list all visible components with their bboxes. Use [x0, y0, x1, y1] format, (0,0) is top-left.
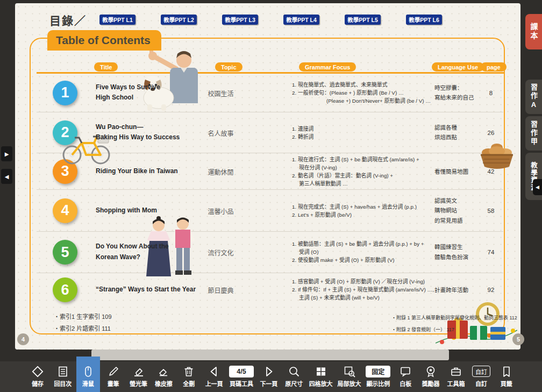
- lesson-grammar: 1. 連接詞 2. 轉折詞: [292, 124, 444, 140]
- page-number-right: 5: [512, 333, 524, 345]
- page-back-button[interactable]: ◀: [1, 169, 12, 184]
- next-page-icon: [262, 365, 275, 378]
- book-page: 目錄／ 教學PPT L1 教學PPT L2 教學PPT L3 教學PPT L4 …: [15, 3, 520, 350]
- ratio-value-box[interactable]: 固定: [366, 366, 390, 377]
- tab-workbook-a[interactable]: 習作A: [525, 80, 542, 114]
- lesson-page-number: 42: [479, 168, 503, 175]
- whiteboard-icon: [399, 365, 412, 378]
- tab-workbook-jia[interactable]: 習作甲: [525, 116, 542, 151]
- page-scrollbar[interactable]: [91, 350, 449, 360]
- previous-page-icon: [208, 365, 220, 378]
- appendix-notes: ・附錄 1 第三人稱單數動詞字尾變化規則、動詞三態表 112 ・附錄 2 發音規…: [391, 312, 517, 336]
- lesson-topic: 溫馨小品: [192, 206, 249, 215]
- lesson-title: Wu Pao-chun—Baking His Way to Success: [96, 122, 180, 144]
- lesson-topic: 流行文化: [192, 248, 249, 257]
- lesson-title: Five Ways to SurviveHigh School: [96, 82, 160, 104]
- toc-icon: [56, 365, 69, 378]
- lesson-topic: 名人故事: [192, 128, 249, 137]
- page-title-zh: 目錄／: [49, 12, 87, 28]
- column-header-page: page: [481, 62, 507, 72]
- four-grid-zoom-tool[interactable]: 四格放大: [308, 361, 334, 392]
- whiteboard-tool[interactable]: 白板: [394, 361, 417, 392]
- column-header-title: Title: [94, 62, 118, 72]
- reward-tool[interactable]: 獎勵器: [419, 361, 443, 392]
- lesson-page-number: 92: [479, 287, 503, 293]
- lesson-topic: 校園生活: [192, 88, 249, 97]
- eraser-icon: [157, 365, 170, 378]
- save-icon: [31, 365, 44, 378]
- index-notes: ・索引1 生字索引 109 ・索引2 片語索引 111: [54, 311, 112, 334]
- lesson-number: 5: [53, 240, 77, 265]
- collapse-tabs-button[interactable]: ◀: [533, 179, 542, 195]
- delete-all-tool[interactable]: 全刪: [177, 361, 201, 392]
- ppt-l1-button[interactable]: 教學PPT L1: [99, 15, 136, 25]
- toc-table: 1 Five Ways to SurviveHigh School 校園生活 1…: [37, 74, 503, 307]
- lesson-grammar: 1. 現在簡單式、過去簡單式、未來簡單式 2. 一般祈使句：(Please + …: [292, 81, 444, 105]
- lesson-number: 1: [53, 81, 77, 105]
- lesson-number: 6: [53, 277, 77, 302]
- lesson-page-number: 26: [479, 130, 503, 136]
- previous-page-tool[interactable]: 上一頁: [202, 361, 226, 392]
- mouse-icon: [82, 365, 95, 378]
- toc-row-6: 6 “Strange” Ways to Start the Year 節日慶典 …: [37, 273, 503, 307]
- pen-tool[interactable]: 畫筆: [102, 361, 125, 392]
- lesson-page-number: 74: [479, 249, 503, 255]
- mouse-tool[interactable]: 滑鼠: [76, 361, 100, 392]
- lesson-page-number: 58: [479, 208, 503, 214]
- toc-row-5: 5 Do You Know About theKorean Wave? 流行文化…: [37, 232, 503, 273]
- lesson-grammar: 1. 感官動詞 + 受詞 (O) + 原形動詞 (V) ／現在分詞 (V-ing…: [292, 277, 444, 302]
- page-title-en: Table of Contents: [47, 30, 161, 51]
- column-header-topic: Topic: [215, 62, 243, 72]
- ppt-l2-button[interactable]: 教學PPT L2: [161, 15, 197, 25]
- page-indicator-tool[interactable]: 4/5 頁碼工具: [227, 361, 255, 392]
- ppt-l5-button[interactable]: 教學PPT L5: [345, 15, 381, 25]
- column-header-grammar: Grammar Focus: [299, 62, 356, 72]
- zoom-original-icon: [288, 365, 301, 378]
- back-to-toc-tool[interactable]: 回目次: [51, 361, 75, 392]
- lesson-topic: 節日慶典: [192, 286, 249, 295]
- lesson-title: “Strange” Ways to Start the Year: [96, 284, 196, 295]
- lesson-grammar: 1. 現在進行式：主詞 (S) + be 動詞現在式 (am/are/is) +…: [292, 155, 444, 188]
- reward-star-icon: [424, 365, 437, 378]
- lesson-title: Shopping with Mom: [96, 205, 157, 216]
- lesson-grammar: 1. 現在完成式：主詞 (S) + have/has + 過去分詞 (p.p.)…: [292, 202, 444, 218]
- next-page-tool[interactable]: 下一頁: [257, 361, 281, 392]
- tab-textbook[interactable]: 課本: [525, 14, 542, 49]
- bookmark-icon: [500, 365, 513, 378]
- bottom-toolbar: 儲存 回目次 滑鼠 畫筆 螢光筆: [0, 361, 542, 392]
- lesson-number: 4: [53, 198, 77, 223]
- lesson-grammar: 1. 被動語態：主詞 (S) + be 動詞 + 過去分詞 (p.p.) + b…: [292, 240, 444, 265]
- original-size-tool[interactable]: 原尺寸: [282, 361, 306, 392]
- toc-row-4: 4 Shopping with Mom 溫馨小品 1. 現在完成式：主詞 (S)…: [37, 190, 503, 232]
- active-tool-highlight: [76, 357, 100, 361]
- ppt-l4-button[interactable]: 教學PPT L4: [283, 15, 319, 25]
- page-number-left: 4: [17, 333, 29, 345]
- area-zoom-tool[interactable]: 局部放大: [336, 361, 363, 392]
- custom-tool[interactable]: 自訂 自訂: [469, 361, 493, 392]
- page-tabs-tool[interactable]: 頁籤: [495, 361, 518, 392]
- toolbox-icon: [450, 365, 462, 378]
- four-grid-icon: [315, 365, 327, 378]
- ppt-button-row: 教學PPT L1 教學PPT L2 教學PPT L3 教學PPT L4 教學PP…: [99, 15, 442, 25]
- lesson-topic: 運動休閒: [192, 167, 249, 176]
- ebook-viewer: 目錄／ 教學PPT L1 教學PPT L2 教學PPT L3 教學PPT L4 …: [0, 0, 542, 392]
- ppt-l6-button[interactable]: 教學PPT L6: [406, 15, 442, 25]
- column-header-language: Language Use: [432, 62, 484, 72]
- trash-icon: [182, 365, 195, 378]
- lesson-title: Riding Your Bike in Taiwan: [96, 166, 178, 177]
- page-indicator-box[interactable]: 4/5: [229, 366, 254, 377]
- toolbox-tool[interactable]: 工具箱: [444, 361, 468, 392]
- page-forward-button[interactable]: ▶: [1, 146, 12, 161]
- display-ratio-tool[interactable]: 固定 顯示比例: [364, 361, 392, 392]
- custom-box[interactable]: 自訂: [472, 366, 490, 377]
- ppt-l3-button[interactable]: 教學PPT L3: [222, 15, 258, 25]
- lesson-title: Do You Know About theKorean Wave?: [96, 241, 169, 263]
- eraser-tool[interactable]: 橡皮擦: [152, 361, 175, 392]
- save-tool[interactable]: 儲存: [26, 361, 49, 392]
- highlighter-tool[interactable]: 螢光筆: [127, 361, 151, 392]
- toc-row-1: 1 Five Ways to SurviveHigh School 校園生活 1…: [37, 74, 503, 112]
- area-zoom-icon: [343, 365, 356, 378]
- lesson-page-number: 8: [479, 90, 503, 96]
- highlighter-icon: [132, 365, 145, 378]
- pen-icon: [107, 365, 120, 378]
